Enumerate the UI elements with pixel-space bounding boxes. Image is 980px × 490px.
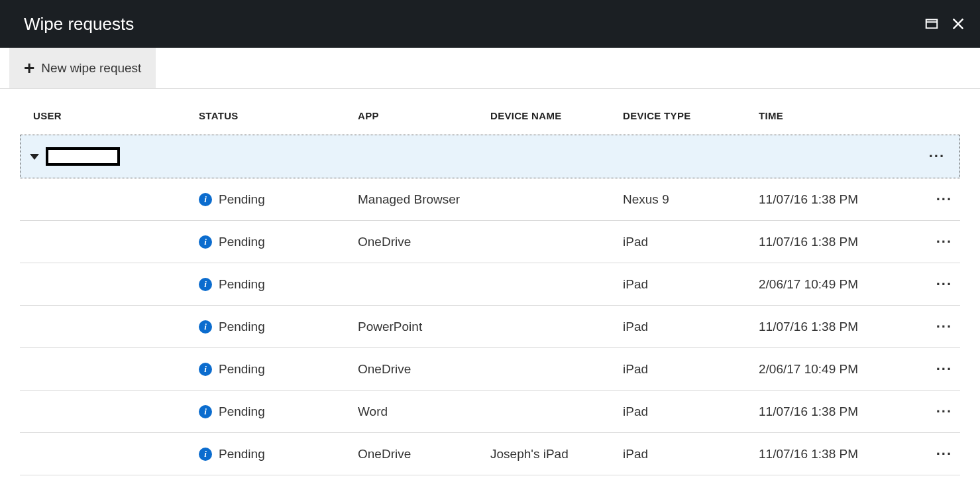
- row-context-menu[interactable]: ···: [936, 361, 952, 378]
- cell-time: 11/07/16 1:38 PM: [759, 320, 904, 334]
- row-context-menu[interactable]: ···: [936, 233, 952, 251]
- cell-status: iPending: [199, 320, 358, 334]
- row-context-menu[interactable]: ···: [936, 318, 952, 336]
- user-name-redacted: [46, 147, 120, 166]
- cell-status: iPending: [199, 362, 358, 377]
- cell-device-type: iPad: [623, 320, 759, 334]
- cell-device-type: iPad: [623, 277, 759, 292]
- cell-status: iPending: [199, 235, 358, 249]
- status-text: Pending: [219, 362, 265, 377]
- table-row[interactable]: iPendingWordiPad11/07/16 1:38 PM···: [20, 391, 960, 433]
- row-context-menu[interactable]: ···: [929, 148, 945, 165]
- row-context-menu[interactable]: ···: [936, 276, 952, 293]
- cell-time: 2/06/17 10:49 PM: [759, 277, 904, 292]
- cell-app: PowerPoint: [358, 320, 490, 334]
- cell-device-name: Joseph's iPad: [490, 447, 623, 461]
- cell-device-type: iPad: [623, 447, 759, 461]
- table-row[interactable]: iPendingiPad2/06/17 10:49 PM···: [20, 263, 960, 306]
- chevron-down-icon[interactable]: [30, 154, 39, 160]
- cell-status: iPending: [199, 447, 358, 461]
- status-text: Pending: [219, 320, 265, 334]
- status-text: Pending: [219, 277, 265, 292]
- col-header-app[interactable]: APP: [358, 110, 490, 121]
- cell-device-type: Nexus 9: [623, 192, 759, 207]
- cell-status: iPending: [199, 404, 358, 419]
- status-text: Pending: [219, 235, 265, 249]
- info-icon: i: [199, 405, 212, 418]
- user-group-row[interactable]: ···: [20, 135, 960, 178]
- new-wipe-request-button[interactable]: + New wipe request: [9, 48, 156, 88]
- cell-status: iPending: [199, 277, 358, 292]
- table-row[interactable]: iPendingOneDriveJoseph's iPadiPad11/07/1…: [20, 433, 960, 475]
- cell-app: OneDrive: [358, 362, 490, 377]
- status-text: Pending: [219, 192, 265, 207]
- col-header-user[interactable]: USER: [20, 110, 199, 121]
- row-context-menu[interactable]: ···: [936, 446, 952, 463]
- restore-icon[interactable]: [924, 17, 939, 31]
- cell-device-type: iPad: [623, 362, 759, 377]
- cell-time: 11/07/16 1:38 PM: [759, 404, 904, 419]
- table-row[interactable]: iPendingOneDriveiPad2/06/17 10:49 PM···: [20, 348, 960, 391]
- row-context-menu[interactable]: ···: [936, 403, 952, 420]
- header-controls: [924, 17, 965, 31]
- table-row[interactable]: iPendingManaged BrowserNexus 911/07/16 1…: [20, 178, 960, 221]
- info-icon: i: [199, 278, 212, 291]
- info-icon: i: [199, 193, 212, 206]
- cell-time: 2/06/17 10:49 PM: [759, 362, 904, 377]
- table-container: USER STATUS APP DEVICE NAME DEVICE TYPE …: [0, 89, 980, 475]
- cell-time: 11/07/16 1:38 PM: [759, 192, 904, 207]
- cell-app: Managed Browser: [358, 192, 490, 207]
- cell-app: OneDrive: [358, 235, 490, 249]
- info-icon: i: [199, 320, 212, 334]
- blade-header: Wipe requests: [0, 0, 980, 48]
- cell-status: iPending: [199, 192, 358, 207]
- command-bar: + New wipe request: [0, 48, 980, 89]
- page-title: Wipe requests: [24, 14, 134, 34]
- table-row[interactable]: iPendingOneDriveiPad11/07/16 1:38 PM···: [20, 221, 960, 263]
- new-wipe-request-label: New wipe request: [41, 61, 141, 76]
- info-icon: i: [199, 363, 212, 376]
- col-header-status[interactable]: STATUS: [199, 110, 358, 121]
- status-text: Pending: [219, 404, 265, 419]
- col-header-device-name[interactable]: DEVICE NAME: [490, 110, 623, 121]
- col-header-device-type[interactable]: DEVICE TYPE: [623, 110, 759, 121]
- cell-app: OneDrive: [358, 447, 490, 461]
- cell-device-type: iPad: [623, 235, 759, 249]
- cell-time: 11/07/16 1:38 PM: [759, 447, 904, 461]
- info-icon: i: [199, 235, 212, 249]
- cell-device-type: iPad: [623, 404, 759, 419]
- cell-time: 11/07/16 1:38 PM: [759, 235, 904, 249]
- cell-app: Word: [358, 404, 490, 419]
- plus-icon: +: [24, 59, 34, 78]
- table-header: USER STATUS APP DEVICE NAME DEVICE TYPE …: [20, 89, 960, 135]
- col-header-time[interactable]: TIME: [759, 110, 904, 121]
- status-text: Pending: [219, 447, 265, 461]
- table-row[interactable]: iPendingPowerPointiPad11/07/16 1:38 PM··…: [20, 306, 960, 348]
- row-context-menu[interactable]: ···: [936, 191, 952, 208]
- svg-rect-0: [926, 20, 938, 29]
- close-icon[interactable]: [951, 17, 965, 31]
- info-icon: i: [199, 448, 212, 461]
